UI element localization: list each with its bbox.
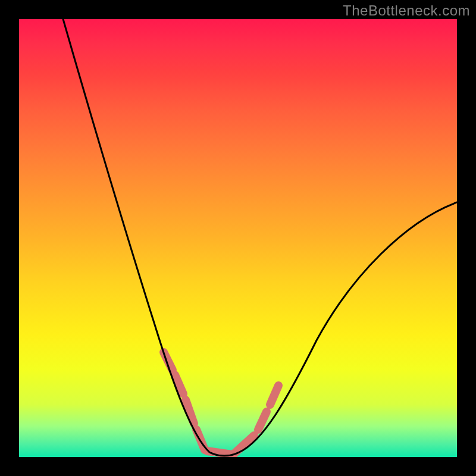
chart-frame: TheBottleneck.com: [0, 0, 476, 476]
bottleneck-curve: [63, 19, 457, 456]
curve-thick-marks: [164, 352, 278, 455]
watermark-text: TheBottleneck.com: [343, 2, 470, 19]
plot-area: [19, 19, 457, 457]
bottleneck-curve-svg: [19, 19, 457, 457]
